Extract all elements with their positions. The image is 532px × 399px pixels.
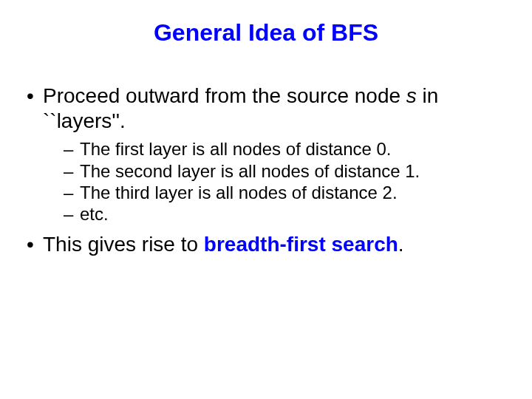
bullet-2-pre: This gives rise to (43, 233, 204, 256)
subbullet-1: The first layer is all nodes of distance… (64, 138, 510, 160)
bullet-1: Proceed outward from the source node s i… (22, 83, 510, 225)
subbullet-2: The second layer is all nodes of distanc… (64, 160, 510, 182)
bullet-2: This gives rise to breadth-first search. (22, 232, 510, 257)
bullet-2-strong: breadth-first search (204, 233, 398, 256)
bullet-1-var: s (406, 84, 417, 107)
bullet-2-post: . (398, 233, 404, 256)
slide: General Idea of BFS Proceed outward from… (0, 0, 532, 399)
slide-content: Proceed outward from the source node s i… (0, 61, 532, 258)
bullet-1-text: Proceed outward from the source node s i… (43, 84, 438, 132)
subbullet-3: The third layer is all nodes of distance… (64, 182, 510, 203)
slide-title: General Idea of BFS (0, 0, 532, 61)
subbullet-4: etc. (64, 203, 510, 225)
bullet-1-pre: Proceed outward from the source node (43, 84, 406, 107)
bullet-list-level1: Proceed outward from the source node s i… (22, 83, 510, 258)
bullet-list-level2: The first layer is all nodes of distance… (43, 138, 510, 225)
